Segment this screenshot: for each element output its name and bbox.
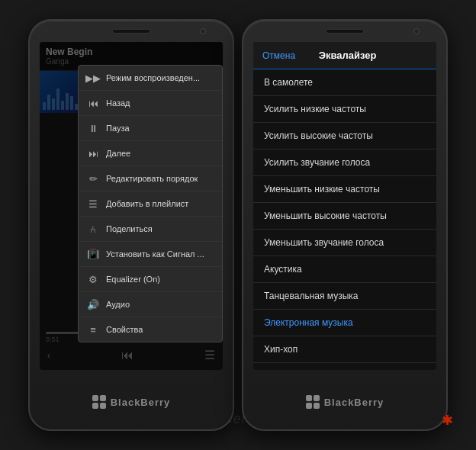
- phone-1-speaker: [112, 29, 150, 34]
- phone-1-bottom: BlackBerry: [92, 370, 171, 429]
- cm-label-2: Пауза: [106, 124, 130, 133]
- phone-1: New Begin Ganga Po: [28, 19, 234, 431]
- cm-icon-3: ⏭: [86, 146, 100, 160]
- p2-item-0[interactable]: В самолете: [253, 69, 436, 96]
- cm-label-6: Поделиться: [106, 224, 153, 233]
- cm-item-9[interactable]: 🔊 Аудио: [79, 292, 222, 317]
- cm-icon-4: ✏: [86, 172, 100, 185]
- p2-item-9[interactable]: Электронная музыка: [253, 310, 436, 336]
- phone-2-top-bar: [243, 21, 446, 42]
- p2-item-10[interactable]: Хип-хоп: [253, 336, 436, 363]
- cm-label-9: Аудио: [106, 300, 130, 309]
- cm-icon-6: ⑃: [86, 222, 100, 236]
- cm-icon-10: ≡: [86, 323, 100, 336]
- phone-1-camera: [200, 28, 206, 34]
- cm-icon-7: 📳: [86, 247, 100, 261]
- context-menu-box: ▶▶ Режим воспроизведен... ⏮ Назад ⏸ Пауз…: [78, 65, 223, 342]
- watermark-star: ✱: [442, 412, 453, 429]
- p2-item-1[interactable]: Усилить низкие частоты: [253, 96, 436, 123]
- bb-icon-1: [92, 395, 106, 409]
- cm-item-4[interactable]: ✏ Редактировать порядок: [79, 166, 222, 191]
- context-menu-overlay: ▶▶ Режим воспроизведен... ⏮ Назад ⏸ Пауз…: [40, 42, 223, 370]
- bb2-dot-br: [314, 403, 320, 409]
- bb2-dot-bl: [306, 403, 312, 409]
- cm-item-7[interactable]: 📳 Установить как Сигнал ...: [79, 242, 222, 267]
- cm-icon-2: ⏸: [86, 121, 100, 135]
- bb-dot-br: [100, 403, 106, 409]
- p2-title: Эквалайзер: [304, 50, 436, 61]
- cm-item-8[interactable]: ⚙ Equalizer (On): [79, 267, 222, 292]
- p2-screen-flex: Отмена Эквалайзер В самолете Усилить низ…: [253, 42, 436, 370]
- phone-2-bb-logo: BlackBerry: [306, 395, 384, 409]
- phone-2-speaker: [326, 29, 364, 34]
- phones-container: New Begin Ganga Po: [28, 19, 448, 431]
- cm-label-10: Свойства: [106, 325, 143, 334]
- cm-item-0[interactable]: ▶▶ Режим воспроизведен...: [79, 66, 222, 91]
- cm-item-3[interactable]: ⏭ Далее: [79, 141, 222, 166]
- cm-icon-8: ⚙: [86, 272, 100, 286]
- phone-2-bb-text: BlackBerry: [324, 397, 384, 408]
- cm-icon-9: 🔊: [86, 297, 100, 311]
- cm-icon-1: ⏮: [86, 96, 100, 110]
- cm-item-6[interactable]: ⑃ Поделиться: [79, 217, 222, 242]
- cm-icon-0: ▶▶: [86, 71, 100, 85]
- p2-cancel-button[interactable]: Отмена: [253, 42, 304, 69]
- cm-item-10[interactable]: ≡ Свойства: [79, 317, 222, 342]
- bb2-dot-tr: [314, 395, 320, 401]
- cm-label-4: Редактировать порядок: [106, 174, 198, 183]
- phone-1-top-bar: [30, 21, 233, 42]
- cm-label-3: Далее: [106, 149, 130, 158]
- p2-item-7[interactable]: Акустика: [253, 256, 436, 283]
- phone-1-screen: New Begin Ganga Po: [40, 42, 223, 370]
- cm-label-5: Добавить в плейлист: [106, 199, 188, 208]
- phone-1-bb-text: BlackBerry: [111, 397, 171, 408]
- p2-equalizer-list: В самолете Усилить низкие частоты Усилит…: [253, 69, 436, 370]
- p2-item-6[interactable]: Уменьшить звучание голоса: [253, 230, 436, 256]
- cm-icon-5: ☰: [86, 197, 100, 211]
- p2-item-3[interactable]: Усилить звучание голоса: [253, 149, 436, 176]
- bb-dot-tr: [100, 395, 106, 401]
- cm-item-5[interactable]: ☰ Добавить в плейлист: [79, 191, 222, 217]
- bb-icon-2: [306, 395, 320, 409]
- phone-1-bb-logo: BlackBerry: [92, 395, 171, 409]
- phone-2-camera: [413, 28, 420, 34]
- p2-item-8[interactable]: Танцевальная музыка: [253, 283, 436, 310]
- cm-item-2[interactable]: ⏸ Пауза: [79, 116, 222, 141]
- phone-2-screen: Отмена Эквалайзер В самолете Усилить низ…: [253, 42, 436, 370]
- bb-dot-tl: [92, 395, 98, 401]
- p2-item-5[interactable]: Уменьшить высокие частоты: [253, 203, 436, 230]
- bb-dot-bl: [92, 403, 98, 409]
- cm-label-7: Установить как Сигнал ...: [106, 249, 204, 259]
- phone-2: Отмена Эквалайзер В самолете Усилить низ…: [242, 19, 448, 431]
- p2-item-2[interactable]: Усилить высокие частоты: [253, 123, 436, 149]
- phone-2-bottom: BlackBerry: [306, 370, 384, 429]
- cm-item-1[interactable]: ⏮ Назад: [79, 91, 222, 116]
- p2-header: Отмена Эквалайзер: [253, 42, 436, 69]
- bb2-dot-tl: [306, 395, 312, 401]
- cm-label-1: Назад: [106, 98, 130, 108]
- p2-item-4[interactable]: Уменьшить низкие частоты: [253, 176, 436, 203]
- cm-label-8: Equalizer (On): [106, 275, 160, 284]
- cm-label-0: Режим воспроизведен...: [106, 73, 200, 82]
